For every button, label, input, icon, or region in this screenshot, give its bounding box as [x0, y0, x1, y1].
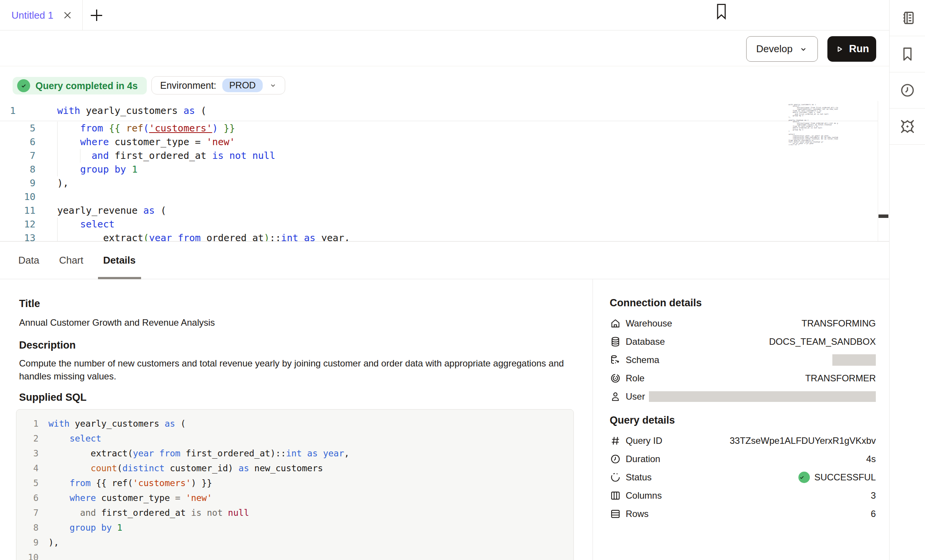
line-content: count(distinct customer_id) as new_custo…	[48, 461, 323, 476]
bookmarks-panel-button[interactable]	[890, 36, 925, 72]
title-value: Annual Customer Growth and Revenue Analy…	[19, 316, 593, 329]
line-content: where customer_type = 'new'	[57, 135, 235, 149]
line-number: 11	[0, 204, 35, 218]
code-line[interactable]: 1with yearly_customers as (	[0, 104, 878, 118]
row-label: Status	[626, 472, 652, 483]
warehouse-icon	[610, 318, 621, 329]
minimap[interactable]: with yearly_customers as ( select extrac…	[788, 104, 838, 145]
description-text: Compute the number of new customers and …	[19, 357, 566, 383]
tab-title: Untitled 1	[11, 10, 53, 21]
line-content: select	[57, 218, 115, 231]
dbt-panel-button[interactable]	[890, 109, 925, 145]
new-tab-button plus-icon[interactable]	[91, 10, 102, 21]
line-number: 8	[0, 163, 35, 176]
environment-selector[interactable]: Environment: PROD	[151, 76, 285, 94]
code-line: 3 extract(year from first_ordered_at)::i…	[16, 446, 573, 461]
code-line[interactable]: 5 from {{ ref('customers') }}	[0, 122, 878, 135]
run-button[interactable]: Run	[827, 36, 876, 62]
tab-data[interactable]: Data	[18, 242, 39, 279]
line-content: and first_ordered_at is not null	[57, 149, 275, 163]
code-line[interactable]: 6 where customer_type = 'new'	[0, 135, 878, 149]
connection-details-heading: Connection details	[610, 297, 876, 309]
notebook-panel-button[interactable]	[890, 0, 925, 36]
environment-label: Environment:	[160, 80, 216, 91]
code-line: 9),	[16, 535, 573, 550]
code-line: 10	[16, 550, 573, 560]
result-tab-bar: Data Chart Details	[0, 241, 889, 279]
row-columns: Columns 3	[610, 486, 876, 505]
row-label: Query ID	[626, 435, 662, 446]
details-panel: Title Annual Customer Growth and Revenue…	[0, 279, 889, 560]
rows-icon	[610, 508, 621, 520]
code-line[interactable]: 10	[0, 190, 878, 204]
row-value: DOCS_TEAM_SANDBOX	[769, 336, 876, 347]
main-column: Untitled 1 Develop Run	[0, 0, 889, 560]
line-number: 5	[16, 476, 39, 491]
query-rows: Query ID 33TZseWpe1ALFDUYerxR1gVKxbv Dur…	[610, 432, 876, 523]
code-line[interactable]: 13 extract(year from ordered_at)::int as…	[0, 231, 878, 241]
environment-value-badge: PROD	[222, 78, 262, 92]
line-number: 3	[16, 446, 39, 461]
row-label: User	[626, 391, 645, 402]
history-panel-button[interactable]	[890, 72, 925, 109]
row-value: SUCCESSFUL	[814, 472, 876, 483]
tab-chart[interactable]: Chart	[59, 242, 84, 279]
line-number: 12	[0, 218, 35, 231]
code-line: 8 group by 1	[16, 520, 573, 535]
bookmark-icon	[899, 46, 916, 62]
line-content: extract(year from ordered_at)::int as ye…	[57, 231, 350, 241]
editor-scrollbar-track[interactable]	[878, 101, 878, 241]
line-number: 8	[16, 520, 39, 535]
notebook-icon	[899, 10, 916, 26]
line-content: ),	[48, 535, 59, 550]
row-label: Duration	[626, 454, 660, 464]
title-heading: Title	[19, 298, 593, 310]
line-content: and first_ordered_at is not null	[48, 506, 249, 520]
close-icon[interactable]	[63, 10, 72, 20]
minimap-code: with yearly_customers as ( select extrac…	[788, 104, 838, 145]
develop-dropdown-button[interactable]: Develop	[746, 36, 818, 62]
row-value: TRANSFORMING	[801, 318, 876, 329]
user-icon	[610, 391, 621, 402]
line-number: 5	[0, 122, 35, 135]
success-check-icon	[17, 79, 30, 92]
line-number: 7	[0, 149, 35, 163]
details-right-pane: Connection details Warehouse TRANSFORMIN…	[593, 279, 889, 560]
line-number: 10	[0, 190, 35, 204]
sql-editor[interactable]: Query completed in 4s Environment: PROD …	[0, 66, 889, 241]
code-line: 1with yearly_customers as (	[16, 416, 573, 431]
row-label: Database	[626, 336, 665, 347]
bookmark-icon	[715, 3, 728, 20]
row-duration: Duration 4s	[610, 450, 876, 468]
tab-untitled-1[interactable]: Untitled 1	[0, 0, 83, 30]
row-value: 4s	[866, 454, 876, 464]
code-line[interactable]: 12 select	[0, 218, 878, 231]
line-content: group by 1	[57, 163, 138, 176]
code-line[interactable]: 11yearly_revenue as (	[0, 204, 878, 218]
spinner-icon	[610, 472, 621, 483]
row-user: User	[610, 387, 876, 406]
line-number: 6	[16, 491, 39, 506]
row-query-id: Query ID 33TZseWpe1ALFDUYerxR1gVKxbv	[610, 432, 876, 450]
editor-scrollbar-thumb[interactable]	[878, 214, 888, 218]
connection-rows: Warehouse TRANSFORMING Database DOCS_TEA…	[610, 314, 876, 406]
code-line[interactable]: 8 group by 1	[0, 163, 878, 176]
editor-code-lines[interactable]: 5 from {{ ref('customers') }}6 where cus…	[0, 122, 878, 241]
develop-label: Develop	[756, 43, 792, 55]
supplied-sql-heading: Supplied SQL	[19, 391, 593, 403]
line-number: 7	[16, 506, 39, 520]
row-value: 6	[871, 509, 876, 519]
line-content: with yearly_customers as (	[48, 416, 186, 431]
code-line[interactable]: 9),	[0, 176, 878, 190]
supplied-sql-code-block: 1with yearly_customers as (2 select3 ext…	[16, 409, 574, 560]
toolbar: Develop Run	[0, 30, 889, 66]
row-rows: Rows 6	[610, 505, 876, 523]
tab-details[interactable]: Details	[103, 242, 136, 279]
query-status-text: Query completed in 4s	[35, 80, 138, 91]
bookmark-button[interactable]	[714, 2, 729, 21]
sticky-scroll-line[interactable]: 1with yearly_customers as (	[0, 101, 878, 121]
code-line[interactable]: 7 and first_ordered_at is not null	[0, 149, 878, 163]
row-value: 3	[871, 490, 876, 501]
columns-icon	[610, 490, 621, 501]
line-number: 9	[16, 535, 39, 550]
